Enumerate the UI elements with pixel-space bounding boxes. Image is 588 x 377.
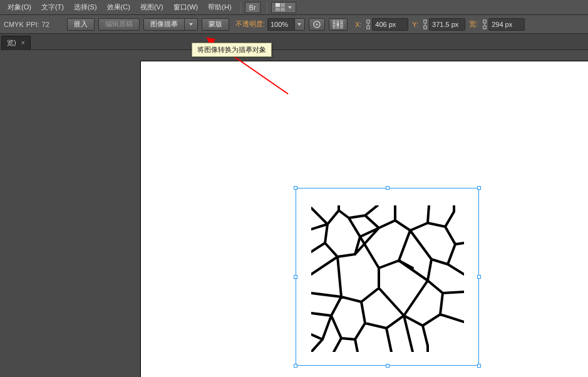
menu-help[interactable]: 帮助(H)	[203, 0, 236, 14]
selection-handle-br[interactable]	[477, 364, 481, 368]
opacity-dropdown[interactable]	[295, 18, 305, 31]
opacity-field[interactable]	[267, 18, 305, 31]
color-mode-label: CMYK	[4, 21, 24, 28]
color-wheel-icon	[312, 20, 322, 29]
menu-view[interactable]: 视图(V)	[135, 0, 168, 14]
x-input[interactable]	[372, 18, 408, 31]
svg-rect-12	[333, 26, 335, 28]
width-input[interactable]	[488, 18, 525, 31]
opacity-label: 不透明度:	[235, 19, 265, 29]
svg-rect-7	[337, 21, 339, 23]
selection-handle-tl[interactable]	[294, 186, 297, 190]
width-label: 宽:	[469, 19, 478, 29]
menu-effect[interactable]: 效果(C)	[102, 0, 135, 14]
control-bar: CMYK PPI: 72 嵌入 编辑原稿 图像描摹 蒙版 不透明度: X: Y:…	[0, 15, 588, 34]
svg-rect-13	[337, 26, 339, 28]
link-icon[interactable]	[481, 19, 488, 29]
svg-rect-0	[276, 3, 280, 7]
mask-button[interactable]: 蒙版	[202, 18, 229, 31]
reference-grid-icon	[333, 20, 344, 29]
transform-reference-button[interactable]	[329, 18, 348, 31]
embed-button[interactable]: 嵌入	[67, 18, 95, 31]
menu-select[interactable]: 选择(S)	[69, 0, 102, 14]
x-label: X:	[355, 21, 361, 28]
image-trace-split-button[interactable]: 图像描摹	[143, 18, 198, 31]
svg-rect-11	[341, 23, 343, 25]
selection-handle-tm[interactable]	[386, 186, 389, 190]
document-tab[interactable]: 览) ×	[1, 36, 31, 49]
svg-rect-8	[341, 21, 343, 23]
svg-rect-10	[337, 23, 339, 25]
svg-rect-9	[333, 23, 335, 25]
svg-rect-1	[281, 3, 285, 7]
opacity-input[interactable]	[267, 18, 295, 31]
selection-handle-ml[interactable]	[294, 275, 297, 279]
menu-text[interactable]: 文字(T)	[36, 0, 69, 14]
menu-object[interactable]: 对象(O)	[3, 0, 36, 14]
ppi-label: PPI:	[26, 21, 39, 28]
image-trace-button[interactable]: 图像描摹	[143, 18, 185, 31]
menu-separator	[267, 2, 267, 13]
edit-original-button[interactable]: 编辑原稿	[98, 18, 140, 31]
image-trace-dropdown[interactable]	[185, 18, 198, 31]
ppi-value: 72	[42, 21, 49, 28]
selection-handle-mr[interactable]	[477, 275, 481, 279]
link-icon[interactable]	[364, 19, 372, 29]
y-label: Y:	[412, 21, 418, 28]
menu-window[interactable]: 窗口(W)	[168, 0, 204, 14]
arrange-documents-button[interactable]	[271, 2, 296, 13]
tooltip: 将图像转换为描摹对象	[192, 43, 272, 57]
selection-handle-bl[interactable]	[294, 364, 297, 368]
close-icon[interactable]: ×	[21, 39, 25, 46]
placed-image[interactable]	[311, 205, 464, 352]
document-tab-label: 览)	[7, 38, 16, 48]
menu-bar: 对象(O) 文字(T) 选择(S) 效果(C) 视图(V) 窗口(W) 帮助(H…	[0, 0, 588, 15]
svg-rect-6	[333, 21, 335, 23]
artboard[interactable]	[141, 61, 588, 377]
chevron-down-icon	[288, 6, 292, 9]
svg-rect-14	[341, 26, 343, 28]
chevron-down-icon	[297, 23, 301, 26]
svg-rect-3	[281, 8, 285, 11]
recolor-icon-button[interactable]	[309, 18, 325, 31]
work-area	[0, 50, 588, 377]
document-tab-bar: 览) ×	[0, 34, 588, 50]
selection-handle-bm[interactable]	[386, 364, 389, 368]
menu-separator	[240, 2, 241, 13]
bridge-button[interactable]: Br	[245, 2, 260, 13]
svg-point-5	[316, 23, 317, 25]
selection-handle-tr[interactable]	[477, 186, 481, 190]
svg-rect-2	[276, 8, 280, 11]
chevron-down-icon	[189, 23, 193, 26]
link-icon[interactable]	[421, 19, 429, 29]
bridge-label: Br	[249, 4, 256, 11]
voronoi-pattern-icon	[311, 205, 464, 352]
arrange-docs-icon	[276, 3, 286, 12]
y-input[interactable]	[429, 18, 465, 31]
